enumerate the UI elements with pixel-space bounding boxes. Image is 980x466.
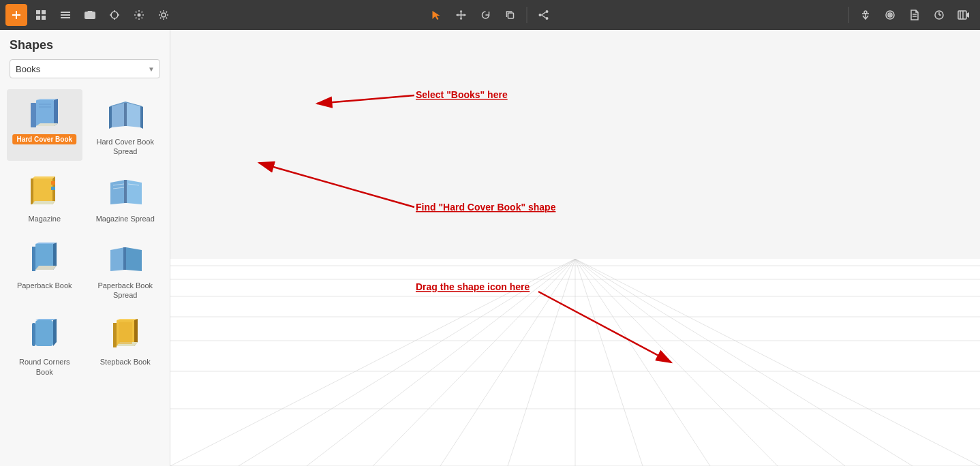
shape-label-magazine-spread: Magazine Spread [96,214,155,223]
svg-rect-89 [32,323,35,346]
film-tool[interactable] [953,4,975,26]
svg-marker-32 [457,14,459,16]
svg-rect-68 [32,178,52,204]
target-tool[interactable] [879,4,901,26]
svg-rect-69 [31,178,33,204]
svg-rect-90 [35,320,53,346]
sidebar-title: Shapes [10,38,160,52]
sun-icon[interactable] [153,4,174,26]
grid-3d-svg [170,259,980,466]
svg-rect-98 [119,322,132,344]
connect-tool[interactable] [533,4,555,26]
canvas-area[interactable]: Select "Books" here Find "Hard Cover Boo… [170,30,980,466]
shape-icon-magazine [24,170,65,211]
shape-item-round-corners-book[interactable]: Round Corners Book [7,309,82,381]
svg-point-17 [138,14,141,17]
svg-rect-7 [61,14,70,16]
svg-marker-33 [464,14,466,16]
svg-rect-74 [51,187,55,190]
shape-label-magazine: Magazine [28,214,61,223]
svg-marker-65 [109,106,112,129]
toolbar-center-icons [426,4,555,26]
svg-rect-5 [42,16,46,20]
category-dropdown[interactable]: Books Arrows Basic Flowchart Icons [10,59,160,78]
svg-line-23 [160,12,162,13]
svg-rect-6 [61,12,70,13]
camera-icon[interactable] [79,4,101,26]
svg-rect-3 [42,10,46,14]
svg-marker-31 [460,18,463,20]
svg-point-37 [546,17,549,20]
svg-marker-27 [433,11,440,20]
shape-icon-magazine-spread [105,170,146,211]
shape-label-paperback-book: Paperback Book [17,281,72,290]
svg-marker-30 [460,10,463,12]
canvas-top [170,30,980,289]
toolbar [0,0,980,30]
sidebar: Shapes Books Arrows Basic Flowchart Icon… [0,30,170,466]
shape-icon-round-corners-book [24,313,65,354]
shape-icon-paperback-book [24,237,65,278]
settings-icon[interactable] [128,4,150,26]
move-tool[interactable] [450,4,472,26]
svg-rect-63 [124,103,127,126]
toolbar-sep-2 [848,7,849,23]
toolbar-right-icons [846,4,975,26]
svg-line-26 [160,18,162,19]
svg-line-24 [166,18,168,19]
anchor-tool[interactable] [855,4,876,26]
svg-marker-83 [35,243,57,244]
shape-item-magazine[interactable]: Magazine [7,166,82,228]
sidebar-header: Shapes Books Arrows Basic Flowchart Icon… [0,30,170,84]
svg-point-36 [546,10,549,13]
shape-label-round-corners-book: Round Corners Book [10,357,80,377]
svg-rect-4 [36,16,40,20]
svg-rect-34 [508,13,514,18]
document-tool[interactable] [904,4,925,26]
shape-item-paperback-book-spread[interactable]: Paperback Book Spread [88,233,164,305]
svg-marker-64 [127,103,140,127]
shape-label-paperback-book-spread: Paperback Book Spread [91,281,161,300]
svg-point-35 [539,14,542,16]
svg-marker-10 [87,11,93,13]
shape-item-magazine-spread[interactable]: Magazine Spread [88,166,164,228]
svg-rect-51 [958,11,966,19]
cursor-tool[interactable] [426,4,448,26]
svg-line-38 [542,12,546,15]
clock-tool[interactable] [928,4,950,26]
add-icon[interactable] [5,4,27,26]
main-layout: Shapes Books Arrows Basic Flowchart Icon… [0,30,980,466]
svg-marker-77 [127,180,142,204]
shape-label-stepback-book: Stepback Book [100,357,151,367]
svg-rect-93 [113,323,117,347]
svg-marker-91 [35,319,57,320]
menu-icon[interactable] [55,4,76,26]
svg-point-12 [111,12,118,18]
svg-rect-81 [32,247,35,271]
grid-icon[interactable] [30,4,52,26]
focus-icon[interactable] [104,4,125,26]
svg-marker-62 [112,103,125,127]
svg-marker-86 [110,247,125,271]
svg-rect-73 [51,181,55,185]
shape-icon-hard-cover-book [24,93,65,134]
shape-icon-hard-cover-book-spread [105,93,146,134]
svg-marker-58 [54,99,58,126]
shape-item-paperback-book[interactable]: Paperback Book [7,233,82,305]
shapes-grid: Hard Cover Book Hard Cover Book [0,84,170,386]
svg-rect-1 [12,14,20,16]
svg-marker-95 [117,319,138,320]
svg-marker-85 [35,266,57,270]
duplicate-tool[interactable] [500,4,521,26]
svg-rect-55 [31,103,36,127]
shape-label-hard-cover-book-spread: Hard Cover Book Spread [91,137,161,157]
shape-icon-paperback-book-spread [105,237,146,278]
svg-line-39 [542,15,546,18]
shape-item-stepback-book[interactable]: Stepback Book [88,309,164,381]
hard-cover-book-badge: Hard Cover Book [12,134,76,144]
rotate-tool[interactable] [475,4,497,26]
shape-item-hard-cover-book[interactable]: Hard Cover Book Hard Cover Book [7,89,82,161]
shape-item-hard-cover-book-spread[interactable]: Hard Cover Book Spread [88,89,164,161]
svg-rect-8 [61,17,70,18]
svg-marker-71 [52,176,55,204]
